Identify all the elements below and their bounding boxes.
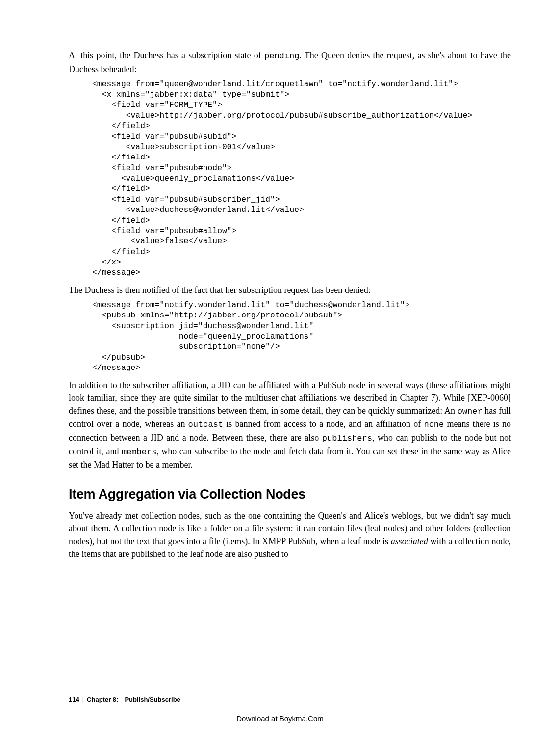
footer-separator: |	[82, 696, 84, 703]
inline-code-publishers: publishers	[322, 434, 372, 443]
page: At this point, the Duchess has a subscri…	[0, 0, 560, 736]
inline-code-members: members	[122, 447, 156, 457]
paragraph-collection-nodes: You've already met collection nodes, suc…	[69, 509, 511, 560]
footer-rule	[69, 692, 511, 692]
text: At this point, the Duchess has a subscri…	[69, 51, 264, 60]
text: In addition to the subscriber affiliatio…	[69, 380, 511, 416]
code-block-duchess-notify: <message from="notify.wonderland.lit" to…	[92, 300, 511, 374]
inline-code-pending: pending	[264, 52, 299, 61]
page-number: 114	[69, 696, 79, 703]
page-footer: 114|Chapter 8: Publish/Subscribe	[69, 692, 511, 705]
chapter-label: Chapter 8: Publish/Subscribe	[87, 696, 180, 703]
section-heading-item-aggregation: Item Aggregation via Collection Nodes	[69, 485, 511, 504]
inline-code-outcast: outcast	[188, 420, 223, 429]
footer-text: 114|Chapter 8: Publish/Subscribe	[69, 695, 511, 705]
paragraph-notified: The Duchess is then notified of the fact…	[69, 284, 511, 296]
emphasis-associated: associated	[391, 536, 428, 546]
paragraph-affiliations: In addition to the subscriber affiliatio…	[69, 379, 511, 472]
paragraph-intro: At this point, the Duchess has a subscri…	[69, 49, 511, 76]
text: is banned from access to a node, and an …	[223, 419, 424, 429]
inline-code-none: none	[424, 420, 444, 429]
download-note: Download at Boykma.Com	[0, 713, 560, 724]
inline-code-owner: owner	[458, 407, 483, 416]
code-block-queen-deny: <message from="queen@wonderland.lit/croq…	[92, 79, 511, 279]
